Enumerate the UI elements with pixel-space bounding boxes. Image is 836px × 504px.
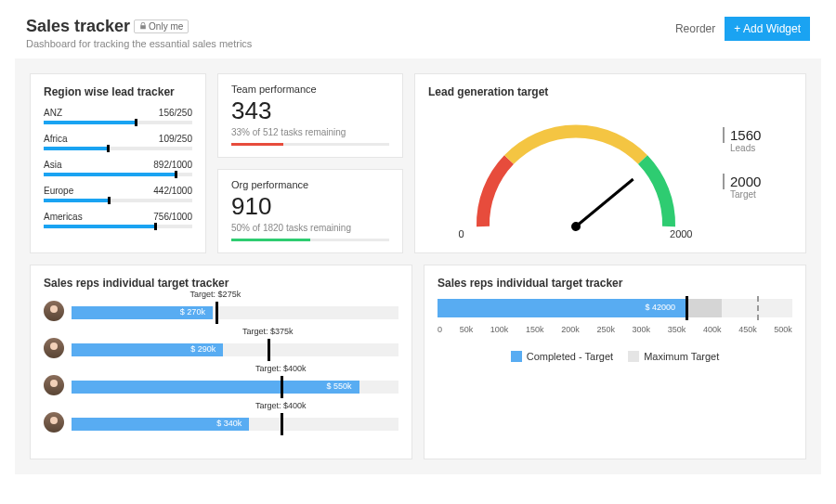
org-perf-title: Org performance (231, 179, 389, 190)
privacy-label: Only me (149, 21, 183, 32)
region-item: Europe442/1000 (44, 186, 192, 202)
individual-tracker-title: Sales reps individual target tracker (44, 277, 398, 290)
lock-icon (139, 21, 147, 32)
team-performance-card: Team performance 343 33% of 512 tasks re… (217, 73, 403, 158)
avatar (44, 375, 64, 395)
summary-value-label: $ 42000 (645, 303, 675, 312)
privacy-badge[interactable]: Only me (134, 19, 189, 33)
org-performance-card: Org performance 910 50% of 1820 tasks re… (217, 169, 403, 253)
page-subtitle: Dashboard for tracking the essantial sal… (26, 38, 252, 49)
avatar (44, 338, 64, 358)
axis-tick: 250k (596, 325, 615, 334)
summary-legend: Completed - Target Maximum Target (438, 351, 792, 362)
region-name: Africa (44, 134, 68, 144)
region-value: 892/1000 (153, 160, 192, 170)
bullet-target-label: Target: $400k (255, 401, 307, 410)
region-value: 109/250 (159, 134, 192, 144)
region-item: ANZ156/250 (44, 108, 192, 124)
region-tracker-title: Region wise lead tracker (44, 85, 192, 98)
axis-tick: 300k (633, 325, 651, 334)
bullet-row: $ 340k Target: $400k (44, 410, 398, 434)
bullet-chart: $ 340k Target: $400k (72, 410, 398, 434)
team-perf-bar (231, 143, 389, 146)
gauge-stats: 1560 Leads 2000 Target (723, 85, 792, 241)
team-perf-subtext: 33% of 512 tasks remaining (231, 127, 389, 137)
legend-max: Maximum Target (628, 351, 719, 362)
region-name: ANZ (44, 108, 62, 118)
add-widget-button[interactable]: + Add Widget (725, 17, 810, 41)
gauge-leads-value: 1560 (723, 127, 792, 143)
lead-target-card: Lead generation target 0 2000 (414, 73, 806, 253)
bullet-target-label: Target: $275k (190, 290, 242, 299)
axis-tick: 400k (703, 325, 722, 334)
region-bar[interactable] (44, 147, 192, 150)
region-value: 156/250 (159, 108, 192, 118)
gauge-leads-stat: 1560 Leads (723, 127, 792, 153)
summary-tracker-title: Sales reps individual target tracker (438, 277, 792, 290)
page-header: Sales tracker Only me Dashboard for trac… (0, 0, 836, 58)
region-bar[interactable] (44, 173, 192, 176)
bullet-chart: $ 550k Target: $400k (72, 373, 398, 397)
team-perf-title: Team performance (231, 84, 389, 95)
axis-tick: 150k (526, 325, 544, 334)
region-bar[interactable] (44, 199, 192, 202)
org-perf-value: 910 (231, 192, 389, 221)
header-left: Sales tracker Only me Dashboard for trac… (26, 17, 252, 49)
performance-column: Team performance 343 33% of 512 tasks re… (217, 73, 403, 253)
region-list: ANZ156/250Africa109/250Asia892/1000Europ… (44, 108, 192, 228)
avatar (44, 301, 64, 321)
region-value: 442/1000 (153, 186, 192, 196)
gauge-target-value: 2000 (723, 174, 792, 189)
team-perf-value: 343 (231, 97, 389, 125)
individual-tracker-card: Sales reps individual target tracker $ 2… (30, 265, 412, 459)
region-name: Americas (44, 212, 83, 222)
axis-tick: 0 (438, 325, 442, 334)
gauge-max: 2000 (670, 228, 692, 239)
bullet-row: $ 550k Target: $400k (44, 373, 398, 397)
axis-tick: 200k (561, 325, 580, 334)
gauge-min: 0 (459, 228, 464, 239)
summary-bullet: $ 42000 050k100k150k200k250k300k350k400k… (438, 299, 792, 334)
gauge-leads-label: Leads (723, 143, 792, 153)
region-item: Asia892/1000 (44, 160, 192, 176)
region-name: Europe (44, 186, 73, 196)
org-perf-bar (231, 239, 389, 241)
axis-tick: 450k (738, 325, 757, 334)
dashboard-grid: Region wise lead tracker ANZ156/250Afric… (15, 58, 821, 474)
region-bar[interactable] (44, 225, 192, 228)
bullet-value-label: $ 340k (216, 419, 242, 428)
gauge-target-label: Target (723, 189, 792, 200)
region-value: 756/1000 (153, 212, 192, 222)
bullet-target-label: Target: $375k (242, 327, 294, 336)
region-tracker-card: Region wise lead tracker ANZ156/250Afric… (30, 73, 206, 253)
header-right: Reorder + Add Widget (675, 17, 810, 41)
axis-tick: 350k (668, 325, 686, 334)
bullet-value-label: $ 270k (180, 307, 205, 317)
bullet-chart: $ 270k Target: $275k (72, 299, 398, 323)
axis-tick: 500k (774, 325, 792, 334)
region-bar[interactable] (44, 121, 192, 124)
reorder-button[interactable]: Reorder (675, 22, 715, 35)
bullet-row: $ 270k Target: $275k (44, 299, 398, 323)
bullet-value-label: $ 290k (190, 344, 216, 354)
org-perf-subtext: 50% of 1820 tasks remaining (231, 223, 389, 233)
bullet-list: $ 270k Target: $275k $ 290k Target: $375… (44, 299, 398, 434)
region-name: Asia (44, 160, 61, 170)
page-title: Sales tracker Only me (26, 17, 189, 36)
title-text: Sales tracker (26, 17, 130, 36)
lead-target-title: Lead generation target (428, 85, 548, 98)
avatar (44, 412, 64, 433)
region-item: Americas756/1000 (44, 212, 192, 228)
gauge-target-stat: 2000 Target (723, 174, 792, 200)
summary-axis: 050k100k150k200k250k300k350k400k450k500k (438, 325, 792, 334)
bullet-chart: $ 290k Target: $375k (72, 336, 398, 360)
bullet-target-label: Target: $400k (255, 364, 307, 373)
gauge-scale: 0 2000 (455, 228, 697, 239)
legend-completed: Completed - Target (511, 351, 613, 362)
svg-line-0 (576, 179, 634, 226)
bullet-value-label: $ 550k (327, 381, 352, 391)
axis-tick: 50k (460, 325, 474, 334)
gauge-chart (455, 115, 697, 236)
region-item: Africa109/250 (44, 134, 192, 150)
axis-tick: 100k (490, 325, 509, 334)
